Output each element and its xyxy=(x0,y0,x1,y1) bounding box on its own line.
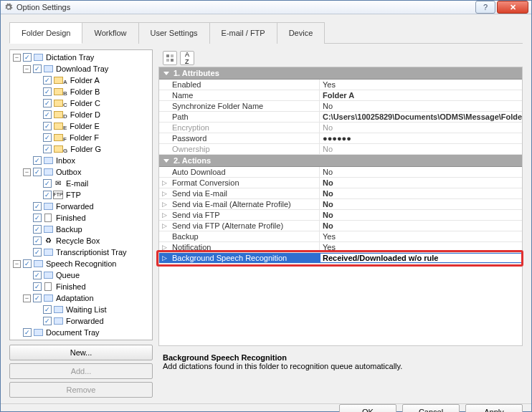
expand-icon[interactable] xyxy=(159,123,169,133)
tree-node[interactable]: ✓Finished xyxy=(22,281,152,292)
tree-node[interactable]: ✓Forwarded xyxy=(22,201,152,212)
checkbox[interactable]: ✓ xyxy=(33,156,42,165)
add-button[interactable]: Add... xyxy=(9,363,153,379)
tab-device[interactable]: Device xyxy=(277,22,326,44)
expand-icon[interactable]: − xyxy=(13,260,21,268)
grid-row[interactable]: ▷Send via E-mail (Alternate Profile)No xyxy=(159,199,522,210)
expand-icon[interactable]: − xyxy=(23,294,31,302)
tab-e-mail-ftp[interactable]: E-mail / FTP xyxy=(209,22,277,44)
tree-node[interactable]: ✓Queue xyxy=(22,269,152,281)
expand-icon[interactable]: ▷ xyxy=(159,210,169,220)
checkbox[interactable]: ✓ xyxy=(43,122,52,130)
checkbox[interactable]: ✓ xyxy=(33,168,42,176)
expand-icon[interactable]: − xyxy=(23,168,31,176)
checkbox[interactable]: ✓ xyxy=(43,87,52,96)
grid-row[interactable]: OwnershipNo xyxy=(159,144,522,155)
expand-icon[interactable] xyxy=(159,80,169,90)
grid-row[interactable]: ▷Format ConversionNo xyxy=(159,178,522,188)
tab-folder-design[interactable]: Folder Design xyxy=(9,22,82,44)
grid-value[interactable]: No xyxy=(320,144,522,154)
tree-node[interactable]: ✓Document Tray xyxy=(11,327,152,338)
expand-icon[interactable] xyxy=(159,144,169,154)
checkbox[interactable]: ✓ xyxy=(43,305,52,314)
checkbox[interactable]: ✓ xyxy=(43,76,52,85)
tree-node[interactable]: ✓GFolder G xyxy=(32,143,152,155)
grid-row[interactable]: EncryptionNo xyxy=(159,123,522,133)
sort-icon[interactable]: AZ xyxy=(180,51,194,65)
expand-icon[interactable] xyxy=(159,167,169,177)
expand-icon[interactable]: ▷ xyxy=(159,221,169,231)
tab-user-settings[interactable]: User Settings xyxy=(138,22,210,44)
grid-row[interactable]: ▷Send via E-mailNo xyxy=(159,188,522,199)
checkbox[interactable]: ✓ xyxy=(43,110,52,119)
expand-icon[interactable] xyxy=(159,101,169,111)
grid-value[interactable]: C:\Users\10025829\Documents\ODMS\Message… xyxy=(320,112,522,122)
grid-value[interactable]: ●●●●●● xyxy=(320,133,522,143)
grid-value[interactable]: No xyxy=(320,210,522,220)
close-button[interactable]: ✕ xyxy=(497,1,528,14)
checkbox[interactable]: ✓ xyxy=(23,53,32,62)
new-button[interactable]: New... xyxy=(9,345,153,360)
tree-node[interactable]: ✓AFolder A xyxy=(32,75,152,86)
tree-node[interactable]: ✓Transcriptionist Tray xyxy=(22,246,152,258)
tree-node[interactable]: ✓Inbox xyxy=(22,155,152,166)
checkbox[interactable]: ✓ xyxy=(23,259,32,268)
checkbox[interactable]: ✓ xyxy=(43,133,52,142)
grid-value[interactable]: Yes xyxy=(320,242,522,252)
grid-row[interactable]: ▷Send via FTP (Alternate Profile)No xyxy=(159,221,522,231)
grid-row[interactable]: Synchronize Folder NameNo xyxy=(159,101,522,112)
grid-row[interactable]: ▷Background Speech RecognitionReceived/D… xyxy=(159,253,522,264)
grid-row[interactable]: EnabledYes xyxy=(159,80,522,90)
tree-node[interactable]: ✓EFolder E xyxy=(32,120,152,132)
grid-category[interactable]: 2. Actions xyxy=(159,155,522,167)
checkbox[interactable]: ✓ xyxy=(43,179,52,188)
grid-value[interactable]: Received/Downloaded w/o rule xyxy=(320,254,521,262)
tree-node[interactable]: ✓✉E-mail xyxy=(32,178,152,189)
tree-node[interactable]: ✓Forwarded xyxy=(32,315,152,327)
grid-value[interactable]: Yes xyxy=(320,80,522,90)
grid-row[interactable]: Auto DownloadNo xyxy=(159,167,522,178)
expand-icon[interactable] xyxy=(159,133,169,143)
grid-value[interactable]: No xyxy=(320,199,522,209)
expand-icon[interactable]: − xyxy=(13,54,21,62)
expand-icon[interactable] xyxy=(159,112,169,122)
tab-workflow[interactable]: Workflow xyxy=(82,22,138,44)
tree-node[interactable]: ✓FTPFTP xyxy=(32,189,152,201)
tree-node[interactable]: −✓Adaptation xyxy=(22,292,152,304)
expand-icon[interactable]: ▷ xyxy=(159,242,169,252)
expand-icon[interactable] xyxy=(159,90,169,100)
checkbox[interactable]: ✓ xyxy=(43,191,52,199)
grid-row[interactable]: Password●●●●●● xyxy=(159,133,522,144)
grid-row[interactable]: NameFolder A xyxy=(159,90,522,101)
expand-icon[interactable]: ▷ xyxy=(159,178,169,188)
tree-node[interactable]: ✓♻Recycle Box xyxy=(22,235,152,246)
checkbox[interactable]: ✓ xyxy=(33,202,42,211)
expand-icon[interactable]: ▷ xyxy=(159,188,169,198)
grid-value[interactable]: No xyxy=(320,123,522,133)
tree-node[interactable]: ✓DFolder D xyxy=(32,109,152,120)
tree-node[interactable]: ✓CFolder C xyxy=(32,97,152,109)
tree-node[interactable]: ✓FFolder F xyxy=(32,132,152,143)
checkbox[interactable]: ✓ xyxy=(43,145,52,153)
folder-tree[interactable]: −✓Dictation Tray−✓Download Tray✓AFolder … xyxy=(9,49,153,340)
grid-value[interactable]: No xyxy=(320,167,522,177)
remove-button[interactable]: Remove xyxy=(9,382,153,398)
grid-value[interactable]: No xyxy=(320,188,522,198)
checkbox[interactable]: ✓ xyxy=(33,64,42,73)
checkbox[interactable]: ✓ xyxy=(33,248,42,257)
checkbox[interactable]: ✓ xyxy=(43,317,52,325)
grid-value[interactable]: No xyxy=(320,221,522,231)
tree-node[interactable]: ✓Waiting List xyxy=(32,304,152,315)
checkbox[interactable]: ✓ xyxy=(33,236,42,245)
checkbox[interactable]: ✓ xyxy=(33,271,42,279)
grid-row[interactable]: ▷Send via FTPNo xyxy=(159,210,522,221)
categorized-icon[interactable] xyxy=(163,51,177,65)
checkbox[interactable]: ✓ xyxy=(43,99,52,107)
grid-value[interactable]: Yes xyxy=(320,231,522,241)
apply-button[interactable]: Apply xyxy=(465,404,523,412)
expand-icon[interactable]: ▷ xyxy=(159,253,169,263)
tree-node[interactable]: ✓BFolder B xyxy=(32,86,152,97)
tree-node[interactable]: −✓Speech Recognition xyxy=(11,258,152,269)
expand-icon[interactable] xyxy=(159,231,169,241)
grid-row[interactable]: PathC:\Users\10025829\Documents\ODMS\Mes… xyxy=(159,112,522,123)
